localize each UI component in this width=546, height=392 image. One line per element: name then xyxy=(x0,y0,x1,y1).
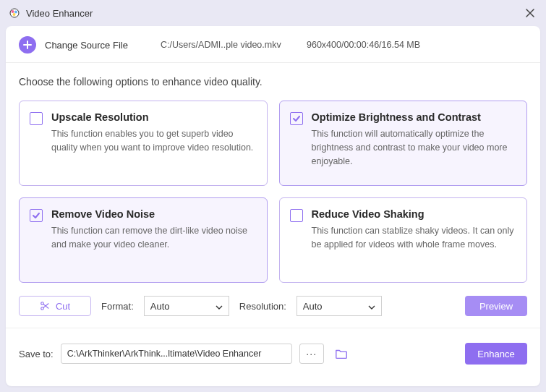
titlebar: Video Enhancer xyxy=(0,0,546,26)
change-source-link[interactable]: Change Source File xyxy=(45,40,161,51)
option-body: Optimize Brightness and Contrast This fu… xyxy=(312,111,517,174)
enhance-button[interactable]: Enhance xyxy=(465,343,527,365)
option-desc: This function can stablize shaky videos.… xyxy=(312,224,517,252)
app-icon xyxy=(9,7,20,19)
option-desc: This function can remove the dirt-like v… xyxy=(51,224,257,252)
main-card: Change Source File C:/Users/ADMI..ple vi… xyxy=(6,26,540,386)
add-source-button[interactable] xyxy=(19,36,36,54)
preview-label: Preview xyxy=(479,301,513,312)
option-title: Reduce Video Shaking xyxy=(312,208,517,220)
option-title: Upscale Resolution xyxy=(51,111,257,123)
option-noise[interactable]: Remove Video Noise This function can rem… xyxy=(19,197,268,283)
app-window: Video Enhancer Change Source File C:/Use… xyxy=(0,0,546,392)
folder-icon xyxy=(335,347,348,360)
save-path-value: C:\ArkThinker\ArkThink...ltimate\Video E… xyxy=(67,349,262,359)
checkbox-brightness[interactable] xyxy=(290,112,303,125)
source-path: C:/Users/ADMI..ple video.mkv xyxy=(161,40,298,50)
option-shaking[interactable]: Reduce Video Shaking This function can s… xyxy=(279,197,528,283)
open-folder-button[interactable] xyxy=(331,344,351,364)
chevron-down-icon xyxy=(368,301,375,312)
source-meta: 960x400/00:00:46/16.54 MB xyxy=(307,40,420,50)
resolution-label: Resolution: xyxy=(239,301,286,312)
option-title: Optimize Brightness and Contrast xyxy=(312,111,517,123)
enhance-label: Enhance xyxy=(477,349,514,359)
cut-button[interactable]: Cut xyxy=(19,296,91,316)
option-desc: This function will automatically optimiz… xyxy=(312,127,517,168)
option-brightness[interactable]: Optimize Brightness and Contrast This fu… xyxy=(279,101,528,186)
checkbox-shaking[interactable] xyxy=(290,209,303,222)
resolution-value: Auto xyxy=(303,301,323,312)
save-path-input[interactable]: C:\ArkThinker\ArkThink...ltimate\Video E… xyxy=(61,344,292,364)
checkbox-noise[interactable] xyxy=(30,209,43,222)
save-to-label: Save to: xyxy=(19,349,54,359)
chevron-down-icon xyxy=(216,301,223,312)
window-title: Video Enhancer xyxy=(26,8,93,19)
svg-point-1 xyxy=(12,10,14,13)
options-grid: Upscale Resolution This function enables… xyxy=(6,92,540,286)
scissors-icon xyxy=(40,301,50,311)
svg-point-3 xyxy=(13,13,16,16)
plus-icon xyxy=(23,41,32,49)
source-row: Change Source File C:/Users/ADMI..ple vi… xyxy=(6,26,540,63)
option-title: Remove Video Noise xyxy=(51,208,257,220)
cut-label: Cut xyxy=(56,301,70,312)
svg-point-2 xyxy=(14,11,17,14)
check-icon xyxy=(32,211,40,220)
instruction-text: Choose the following options to enhance … xyxy=(6,63,540,92)
format-value: Auto xyxy=(150,301,170,312)
format-label: Format: xyxy=(101,301,134,312)
option-body: Upscale Resolution This function enables… xyxy=(51,111,257,174)
option-body: Remove Video Noise This function can rem… xyxy=(51,208,257,270)
save-row: Save to: C:\ArkThinker\ArkThink...ltimat… xyxy=(6,333,540,376)
resolution-select[interactable]: Auto xyxy=(297,296,382,316)
svg-point-0 xyxy=(10,9,19,17)
dots-label: ··· xyxy=(306,348,317,359)
checkbox-upscale[interactable] xyxy=(30,112,43,125)
check-icon xyxy=(292,114,301,123)
option-upscale[interactable]: Upscale Resolution This function enables… xyxy=(19,101,268,186)
format-select[interactable]: Auto xyxy=(144,296,229,316)
close-button[interactable] xyxy=(523,6,537,20)
option-desc: This function enables you to get superb … xyxy=(51,127,257,155)
preview-button[interactable]: Preview xyxy=(465,296,527,316)
divider xyxy=(6,328,540,328)
option-body: Reduce Video Shaking This function can s… xyxy=(312,208,517,270)
browse-button[interactable]: ··· xyxy=(299,344,324,364)
controls-row: Cut Format: Auto Resolution: Auto Previe… xyxy=(6,286,540,323)
